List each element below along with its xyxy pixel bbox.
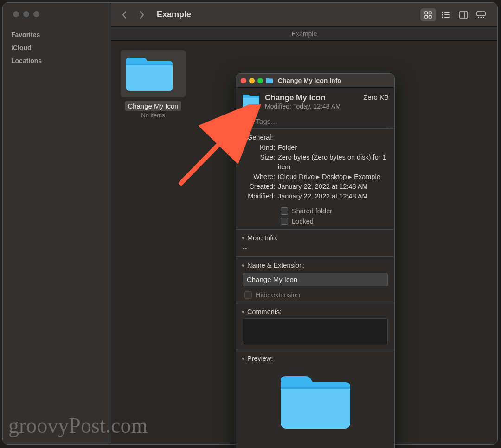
folder-item[interactable]: Change My Icon No items [121,50,186,119]
view-icon-grid[interactable] [420,8,436,21]
get-info-window[interactable]: Change My Icon Info Change My Icon Modif… [236,73,395,448]
info-titlebar[interactable]: Change My Icon Info [236,74,394,88]
locked-checkbox[interactable]: Locked [236,216,394,226]
hide-extension-checkbox: Hide extension [236,290,394,300]
comments-textarea[interactable] [243,318,388,345]
view-icon-list[interactable] [438,8,454,21]
info-header-name: Change My Icon [265,93,359,102]
nav-forward-icon[interactable] [137,11,147,19]
info-window-title: Change My Icon Info [278,77,341,84]
svg-rect-0 [425,12,428,14]
tags-input[interactable]: Add Tags… [242,115,389,128]
path-bar[interactable]: Example [111,27,497,41]
info-header: Change My Icon Modified: Today, 12:48 AM… [236,88,394,112]
nav-back-icon[interactable] [120,11,129,19]
svg-point-8 [442,16,443,18]
svg-rect-15 [481,17,482,18]
chevron-down-icon: ▾ [242,235,244,241]
info-zoom-dot[interactable] [257,78,263,83]
svg-rect-9 [444,17,450,18]
view-icon-gallery[interactable] [473,8,489,21]
checkbox-icon [244,291,252,299]
info-minimize-dot[interactable] [249,78,255,83]
chevron-down-icon: ▾ [242,309,244,315]
sidebar: Favorites iCloud Locations [3,3,111,444]
window-controls [3,9,111,28]
svg-rect-13 [477,12,485,16]
svg-rect-18 [281,387,350,389]
folder-item-name[interactable]: Change My Icon [125,101,181,111]
close-dot[interactable] [13,11,19,17]
svg-point-4 [442,12,443,13]
svg-rect-3 [429,15,432,18]
info-header-size: Zero KB [363,93,389,101]
folder-icon [123,53,183,95]
sidebar-heading-icloud[interactable]: iCloud [3,41,111,54]
view-switcher [420,8,489,21]
chevron-down-icon: ▾ [242,134,244,141]
svg-rect-17 [126,64,173,65]
view-icon-columns[interactable] [456,8,471,21]
zoom-dot[interactable] [33,11,39,17]
section-name-extension[interactable]: ▾ Name & Extension: [236,256,394,271]
info-header-modified: Modified: Today, 12:48 AM [265,102,359,110]
preview-folder-icon [236,364,394,443]
svg-rect-10 [459,12,468,18]
svg-rect-5 [444,12,450,13]
info-close-dot[interactable] [241,78,246,83]
chevron-down-icon: ▾ [242,356,244,362]
section-comments[interactable]: ▾ Comments: [236,303,394,317]
checkbox-icon [281,218,288,225]
info-header-folder-icon[interactable] [242,93,260,109]
svg-point-6 [442,14,443,15]
shared-folder-checkbox[interactable]: Shared folder [236,206,394,216]
sidebar-heading-favorites[interactable]: Favorites [3,28,111,41]
svg-rect-16 [483,17,484,18]
general-details: Kind:Folder Size:Zero bytes (Zero bytes … [236,143,394,202]
toolbar: Example [111,3,497,27]
info-title-folder-icon [266,77,273,83]
chevron-down-icon: ▾ [242,262,244,269]
svg-rect-14 [478,17,479,18]
toolbar-title: Example [157,10,191,19]
folder-item-subtitle: No items [121,112,186,119]
section-more-info[interactable]: ▾ More Info: [236,229,394,243]
section-preview[interactable]: ▾ Preview: [236,350,394,364]
svg-rect-2 [425,15,428,18]
watermark: groovyPost.com [8,413,148,438]
checkbox-icon [281,207,288,215]
svg-rect-7 [444,14,450,15]
sidebar-heading-locations[interactable]: Locations [3,54,111,67]
name-extension-input[interactable]: Change My Icon [243,273,388,286]
minimize-dot[interactable] [23,11,29,17]
more-info-value: -- [236,243,394,256]
svg-rect-1 [429,12,432,14]
section-general[interactable]: ▾ General: [236,128,394,143]
